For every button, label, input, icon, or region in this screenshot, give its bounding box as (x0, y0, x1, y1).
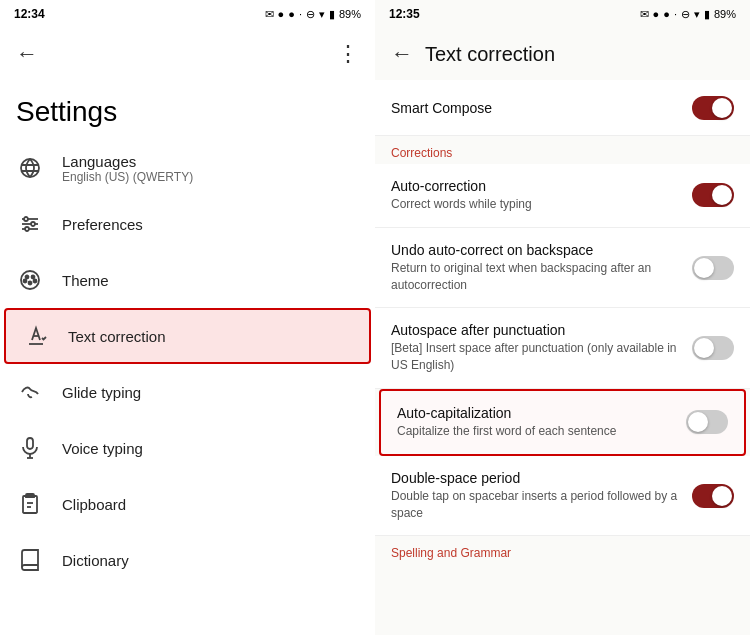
spelling-section-label: Spelling and Grammar (375, 536, 750, 564)
undo-autocorrect-toggle[interactable] (692, 256, 734, 280)
menu-item-clipboard[interactable]: Clipboard (0, 476, 375, 532)
left-time: 12:34 (14, 7, 45, 21)
auto-capitalization-desc: Capitalize the first word of each senten… (397, 423, 674, 440)
auto-correction-toggle[interactable] (692, 183, 734, 207)
preferences-text: Preferences (62, 216, 143, 233)
left-panel: 12:34 ✉ ● ● · ⊖ ▾ ▮ 89% ← ⋮ Settings Lan… (0, 0, 375, 635)
smart-compose-item[interactable]: Smart Compose (375, 80, 750, 136)
back-icon[interactable]: ← (16, 41, 38, 67)
right-page-title: Text correction (425, 43, 555, 66)
smart-compose-toggle[interactable] (692, 96, 734, 120)
double-space-toggle[interactable] (692, 484, 734, 508)
theme-text: Theme (62, 272, 109, 289)
clipboard-text: Clipboard (62, 496, 126, 513)
autospace-desc: [Beta] Insert space after punctuation (o… (391, 340, 680, 374)
languages-text: Languages English (US) (QWERTY) (62, 153, 193, 184)
smart-compose-title: Smart Compose (391, 100, 680, 116)
menu-item-dictionary[interactable]: Dictionary (0, 532, 375, 588)
svg-point-11 (24, 280, 27, 283)
svg-point-9 (32, 276, 35, 279)
text-correction-text: Text correction (68, 328, 166, 345)
svg-point-8 (26, 276, 29, 279)
undo-autocorrect-title: Undo auto-correct on backspace (391, 242, 680, 258)
autospace-item[interactable]: Autospace after punctuation [Beta] Inser… (375, 308, 750, 389)
gesture-icon (16, 380, 44, 404)
menu-item-theme[interactable]: Theme (0, 252, 375, 308)
right-time: 12:35 (389, 7, 420, 21)
double-space-item[interactable]: Double-space period Double tap on spaceb… (375, 456, 750, 537)
right-back-icon[interactable]: ← (391, 41, 413, 67)
right-top-bar: ← Text correction (375, 28, 750, 80)
menu-item-languages[interactable]: Languages English (US) (QWERTY) (0, 140, 375, 196)
globe-icon (16, 156, 44, 180)
svg-rect-16 (23, 496, 37, 513)
double-space-title: Double-space period (391, 470, 680, 486)
voice-typing-text: Voice typing (62, 440, 143, 457)
scroll-content: Smart Compose Corrections Auto-correctio… (375, 80, 750, 635)
double-space-desc: Double tap on spacebar inserts a period … (391, 488, 680, 522)
right-status-icons: ✉ ● ● · ⊖ ▾ ▮ 89% (640, 8, 736, 21)
svg-point-6 (25, 227, 29, 231)
palette-icon (16, 268, 44, 292)
auto-correction-title: Auto-correction (391, 178, 680, 194)
corrections-section-label: Corrections (375, 136, 750, 164)
menu-item-voice-typing[interactable]: Voice typing (0, 420, 375, 476)
svg-point-4 (24, 217, 28, 221)
left-status-icons: ✉ ● ● · ⊖ ▾ ▮ 89% (265, 8, 361, 21)
autospace-title: Autospace after punctuation (391, 322, 680, 338)
glide-typing-text: Glide typing (62, 384, 141, 401)
svg-rect-13 (27, 438, 33, 449)
menu-item-text-correction[interactable]: Text correction (4, 308, 371, 364)
sliders-icon (16, 212, 44, 236)
undo-autocorrect-item[interactable]: Undo auto-correct on backspace Return to… (375, 228, 750, 309)
auto-capitalization-toggle[interactable] (686, 410, 728, 434)
right-panel: 12:35 ✉ ● ● · ⊖ ▾ ▮ 89% ← Text correctio… (375, 0, 750, 635)
left-status-bar: 12:34 ✉ ● ● · ⊖ ▾ ▮ 89% (0, 0, 375, 28)
menu-item-glide-typing[interactable]: Glide typing (0, 364, 375, 420)
undo-autocorrect-desc: Return to original text when backspacing… (391, 260, 680, 294)
autospace-toggle[interactable] (692, 336, 734, 360)
settings-title: Settings (0, 80, 375, 140)
more-icon[interactable]: ⋮ (337, 41, 359, 67)
auto-capitalization-title: Auto-capitalization (397, 405, 674, 421)
auto-correction-item[interactable]: Auto-correction Correct words while typi… (375, 164, 750, 228)
left-top-bar: ← ⋮ (0, 28, 375, 80)
svg-point-0 (21, 159, 39, 177)
mic-icon (16, 436, 44, 460)
book-icon (16, 548, 44, 572)
svg-point-10 (29, 282, 32, 285)
right-status-bar: 12:35 ✉ ● ● · ⊖ ▾ ▮ 89% (375, 0, 750, 28)
auto-capitalization-item[interactable]: Auto-capitalization Capitalize the first… (379, 389, 746, 456)
dictionary-text: Dictionary (62, 552, 129, 569)
svg-point-5 (31, 222, 35, 226)
clipboard-icon (16, 492, 44, 516)
menu-item-preferences[interactable]: Preferences (0, 196, 375, 252)
spellcheck-icon (22, 324, 50, 348)
auto-correction-desc: Correct words while typing (391, 196, 680, 213)
svg-point-12 (34, 280, 37, 283)
